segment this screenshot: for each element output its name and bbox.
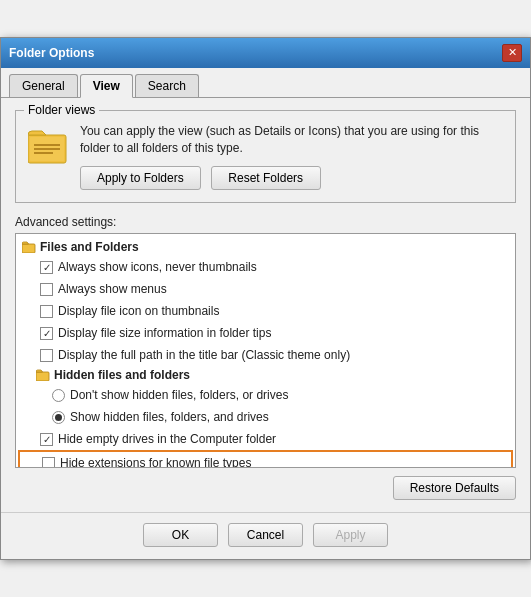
checkbox-show-menus[interactable] [40, 283, 53, 296]
list-item-show-icons[interactable]: Always show icons, never thumbnails [16, 256, 515, 278]
tab-view[interactable]: View [80, 74, 133, 98]
advanced-settings-label: Advanced settings: [15, 215, 516, 229]
list-item-full-path[interactable]: Display the full path in the title bar (… [16, 344, 515, 366]
restore-defaults-button[interactable]: Restore Defaults [393, 476, 516, 500]
dialog-buttons-row: OK Cancel Apply [1, 512, 530, 559]
apply-button[interactable]: Apply [313, 523, 388, 547]
checkbox-file-size-tips[interactable] [40, 327, 53, 340]
radio-dont-show-hidden[interactable] [52, 389, 65, 402]
close-button[interactable]: ✕ [502, 44, 522, 62]
folder-views-buttons: Apply to Folders Reset Folders [80, 166, 503, 190]
window-title: Folder Options [9, 46, 94, 60]
checkbox-hide-empty-drives[interactable] [40, 433, 53, 446]
apply-to-folders-button[interactable]: Apply to Folders [80, 166, 201, 190]
restore-defaults-row: Restore Defaults [15, 476, 516, 500]
files-and-folders-header: Files and Folders [16, 238, 515, 256]
folder-views-desc: You can apply the view (such as Details … [80, 123, 503, 157]
advanced-settings-list[interactable]: Files and Folders Always show icons, nev… [15, 233, 516, 468]
radio-show-hidden[interactable] [52, 411, 65, 424]
list-item-hide-extensions[interactable]: Hide extensions for known file types [18, 450, 513, 468]
list-item-file-size-tips[interactable]: Display file size information in folder … [16, 322, 515, 344]
tab-bar: General View Search [1, 68, 530, 98]
checkbox-show-icons[interactable] [40, 261, 53, 274]
titlebar: Folder Options ✕ [1, 38, 530, 68]
list-item-show-hidden[interactable]: Show hidden files, folders, and drives [16, 406, 515, 428]
tab-general[interactable]: General [9, 74, 78, 97]
tab-content: Folder views You can apply the view (suc… [1, 98, 530, 513]
checkbox-file-icon-thumbnails[interactable] [40, 305, 53, 318]
tab-search[interactable]: Search [135, 74, 199, 97]
folder-views-right: You can apply the view (such as Details … [80, 123, 503, 191]
folder-views-label: Folder views [24, 103, 99, 117]
list-item-show-menus[interactable]: Always show menus [16, 278, 515, 300]
ok-button[interactable]: OK [143, 523, 218, 547]
reset-folders-button[interactable]: Reset Folders [211, 166, 321, 190]
checkbox-hide-extensions[interactable] [42, 457, 55, 469]
folder-views-inner: You can apply the view (such as Details … [28, 123, 503, 191]
folder-options-dialog: Folder Options ✕ General View Search Fol… [0, 37, 531, 561]
hidden-files-header: Hidden files and folders [16, 366, 515, 384]
svg-rect-6 [36, 372, 49, 381]
cancel-button[interactable]: Cancel [228, 523, 303, 547]
list-item-dont-show-hidden[interactable]: Don't show hidden files, folders, or dri… [16, 384, 515, 406]
hidden-folder-icon [36, 369, 50, 381]
list-item-file-icon-thumbnails[interactable]: Display file icon on thumbnails [16, 300, 515, 322]
list-item-hide-empty-drives[interactable]: Hide empty drives in the Computer folder [16, 428, 515, 450]
checkbox-full-path[interactable] [40, 349, 53, 362]
svg-rect-5 [22, 244, 35, 253]
section-folder-icon [22, 241, 36, 253]
hidden-files-label: Hidden files and folders [54, 368, 190, 382]
files-folders-label: Files and Folders [40, 240, 139, 254]
folder-icon [28, 127, 68, 165]
folder-views-group: Folder views You can apply the view (suc… [15, 110, 516, 204]
